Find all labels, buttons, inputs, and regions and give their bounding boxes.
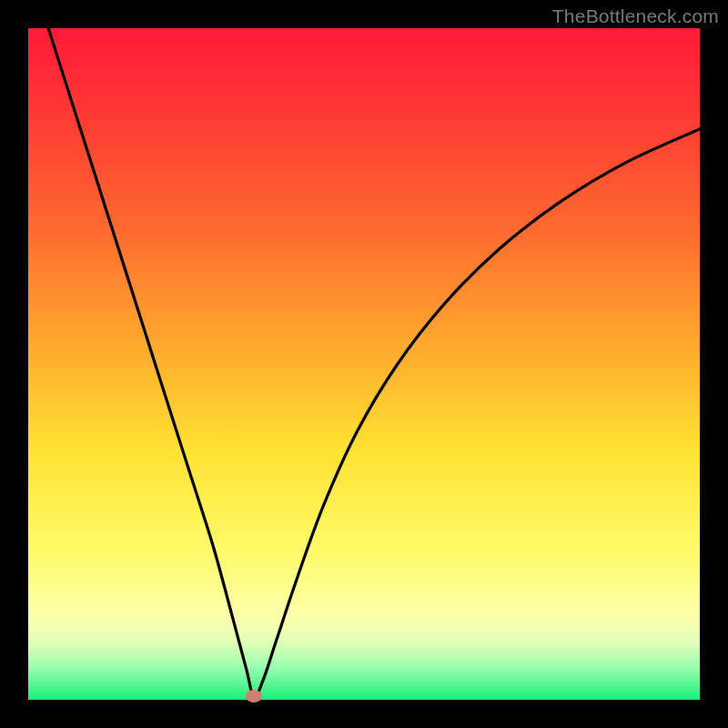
bottleneck-minimum-marker	[246, 690, 262, 703]
watermark-text: TheBottleneck.com	[552, 5, 719, 27]
plot-area	[28, 28, 700, 700]
chart-frame: TheBottleneck.com	[0, 0, 728, 728]
bottleneck-curve	[28, 28, 700, 700]
